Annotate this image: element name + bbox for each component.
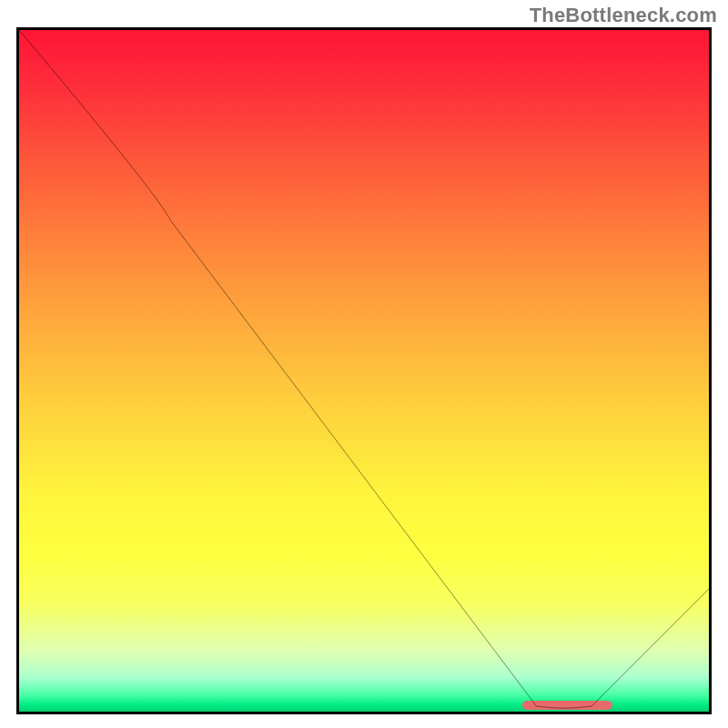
bottleneck-curve [19,30,709,712]
chart-container: TheBottleneck.com [0,0,728,728]
plot-area [16,27,712,714]
watermark-text: TheBottleneck.com [530,4,717,27]
